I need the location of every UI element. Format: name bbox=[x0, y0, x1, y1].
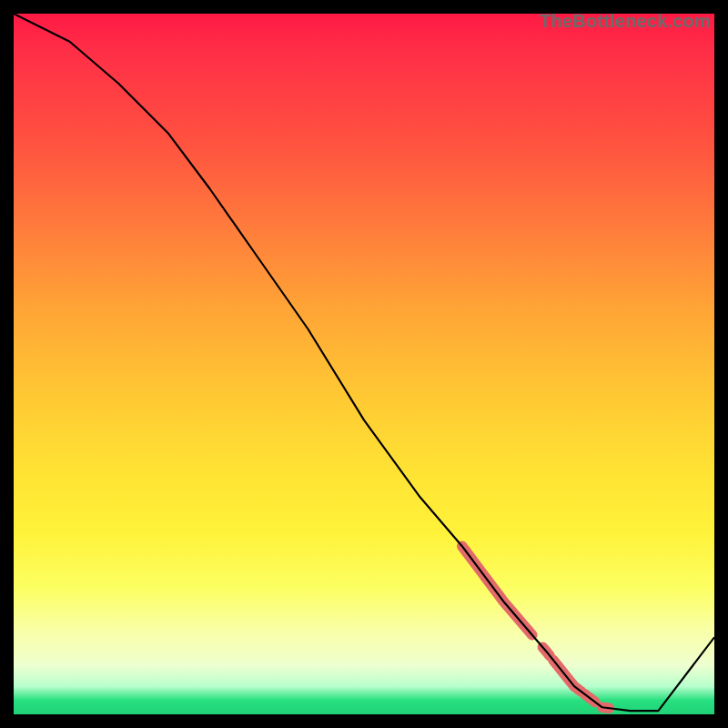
plot-area: TheBottleneck.com bbox=[14, 14, 714, 714]
bottleneck-curve bbox=[14, 14, 714, 711]
chart-svg bbox=[14, 14, 714, 714]
highlight-layer bbox=[462, 546, 610, 708]
chart-frame: TheBottleneck.com bbox=[0, 0, 728, 728]
curve-layer bbox=[14, 14, 714, 711]
